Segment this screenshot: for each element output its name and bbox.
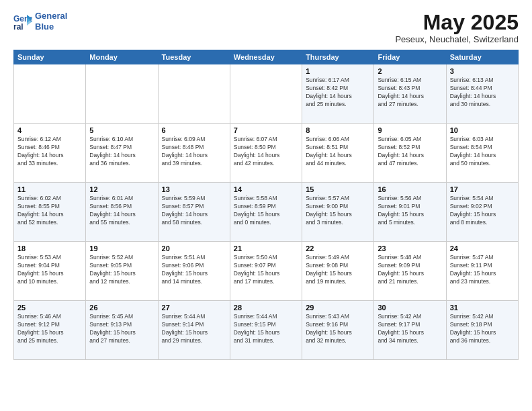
calendar-cell: 23Sunrise: 5:48 AM Sunset: 9:09 PM Dayli… bbox=[374, 242, 446, 301]
day-number: 5 bbox=[89, 126, 154, 134]
calendar-cell: 4Sunrise: 6:12 AM Sunset: 8:46 PM Daylig… bbox=[14, 124, 86, 183]
day-info: Sunrise: 5:43 AM Sunset: 9:16 PM Dayligh… bbox=[306, 313, 370, 345]
calendar-cell: 15Sunrise: 5:57 AM Sunset: 9:00 PM Dayli… bbox=[302, 183, 374, 242]
day-header-thursday: Thursday bbox=[302, 50, 374, 64]
day-header-friday: Friday bbox=[374, 50, 446, 64]
calendar-cell: 19Sunrise: 5:52 AM Sunset: 9:05 PM Dayli… bbox=[86, 242, 158, 301]
calendar-cell: 25Sunrise: 5:46 AM Sunset: 9:12 PM Dayli… bbox=[14, 301, 86, 360]
day-info: Sunrise: 6:17 AM Sunset: 8:42 PM Dayligh… bbox=[306, 77, 370, 109]
day-number: 4 bbox=[17, 126, 82, 134]
calendar-cell: 30Sunrise: 5:42 AM Sunset: 9:17 PM Dayli… bbox=[374, 301, 446, 360]
calendar-cell: 22Sunrise: 5:49 AM Sunset: 9:08 PM Dayli… bbox=[302, 242, 374, 301]
calendar-cell: 20Sunrise: 5:51 AM Sunset: 9:06 PM Dayli… bbox=[158, 242, 230, 301]
svg-text:ral: ral bbox=[13, 22, 24, 31]
calendar-cell: 27Sunrise: 5:44 AM Sunset: 9:14 PM Dayli… bbox=[158, 301, 230, 360]
day-info: Sunrise: 5:49 AM Sunset: 9:08 PM Dayligh… bbox=[306, 254, 370, 286]
day-number: 16 bbox=[378, 185, 442, 193]
day-info: Sunrise: 6:06 AM Sunset: 8:51 PM Dayligh… bbox=[306, 136, 370, 168]
day-info: Sunrise: 5:42 AM Sunset: 9:17 PM Dayligh… bbox=[378, 313, 442, 345]
day-number: 10 bbox=[450, 126, 515, 134]
day-number: 2 bbox=[378, 67, 442, 75]
calendar-cell: 9Sunrise: 6:05 AM Sunset: 8:52 PM Daylig… bbox=[374, 124, 446, 183]
day-number: 8 bbox=[306, 126, 370, 134]
calendar-cell bbox=[86, 64, 158, 124]
day-number: 26 bbox=[89, 304, 154, 312]
day-number: 23 bbox=[378, 244, 442, 253]
week-row-4: 18Sunrise: 5:53 AM Sunset: 9:04 PM Dayli… bbox=[14, 242, 519, 301]
calendar-page: Gene ral General Blue May 2025 Peseux, N… bbox=[0, 0, 532, 411]
day-info: Sunrise: 5:50 AM Sunset: 9:07 PM Dayligh… bbox=[234, 254, 298, 286]
day-info: Sunrise: 5:58 AM Sunset: 8:59 PM Dayligh… bbox=[234, 195, 298, 227]
day-info: Sunrise: 5:51 AM Sunset: 9:06 PM Dayligh… bbox=[162, 254, 226, 286]
day-number: 9 bbox=[378, 126, 442, 134]
calendar-cell: 17Sunrise: 5:54 AM Sunset: 9:02 PM Dayli… bbox=[446, 183, 518, 242]
day-number: 20 bbox=[162, 244, 226, 253]
day-header-sunday: Sunday bbox=[14, 50, 86, 64]
logo: Gene ral General Blue bbox=[13, 11, 67, 32]
calendar-cell: 1Sunrise: 6:17 AM Sunset: 8:42 PM Daylig… bbox=[302, 64, 374, 124]
day-number: 31 bbox=[450, 304, 515, 312]
calendar-cell: 24Sunrise: 5:47 AM Sunset: 9:11 PM Dayli… bbox=[446, 242, 518, 301]
day-info: Sunrise: 5:44 AM Sunset: 9:15 PM Dayligh… bbox=[234, 313, 298, 345]
calendar-cell bbox=[158, 64, 230, 124]
day-info: Sunrise: 6:13 AM Sunset: 8:44 PM Dayligh… bbox=[450, 77, 515, 109]
calendar-cell bbox=[14, 64, 86, 124]
day-info: Sunrise: 6:03 AM Sunset: 8:54 PM Dayligh… bbox=[450, 136, 515, 168]
day-info: Sunrise: 5:44 AM Sunset: 9:14 PM Dayligh… bbox=[162, 313, 226, 345]
day-header-monday: Monday bbox=[86, 50, 158, 64]
title-block: May 2025 Peseux, Neuchatel, Switzerland bbox=[395, 11, 519, 44]
day-info: Sunrise: 5:42 AM Sunset: 9:18 PM Dayligh… bbox=[450, 313, 515, 345]
day-number: 29 bbox=[306, 304, 370, 312]
calendar-cell: 31Sunrise: 5:42 AM Sunset: 9:18 PM Dayli… bbox=[446, 301, 518, 360]
calendar-cell: 18Sunrise: 5:53 AM Sunset: 9:04 PM Dayli… bbox=[14, 242, 86, 301]
day-info: Sunrise: 5:47 AM Sunset: 9:11 PM Dayligh… bbox=[450, 254, 515, 286]
day-info: Sunrise: 5:46 AM Sunset: 9:12 PM Dayligh… bbox=[17, 313, 82, 345]
day-number: 11 bbox=[17, 185, 82, 193]
calendar-cell: 7Sunrise: 6:07 AM Sunset: 8:50 PM Daylig… bbox=[230, 124, 302, 183]
day-info: Sunrise: 5:54 AM Sunset: 9:02 PM Dayligh… bbox=[450, 195, 515, 227]
day-number: 6 bbox=[162, 126, 226, 134]
header: Gene ral General Blue May 2025 Peseux, N… bbox=[13, 11, 519, 44]
calendar-cell: 10Sunrise: 6:03 AM Sunset: 8:54 PM Dayli… bbox=[446, 124, 518, 183]
calendar-cell: 16Sunrise: 5:56 AM Sunset: 9:01 PM Dayli… bbox=[374, 183, 446, 242]
day-number: 28 bbox=[234, 304, 298, 312]
day-number: 17 bbox=[450, 185, 515, 193]
logo-text-line2: Blue bbox=[35, 21, 67, 32]
calendar-cell: 13Sunrise: 5:59 AM Sunset: 8:57 PM Dayli… bbox=[158, 183, 230, 242]
day-number: 24 bbox=[450, 244, 515, 253]
day-number: 13 bbox=[162, 185, 226, 193]
calendar-cell: 29Sunrise: 5:43 AM Sunset: 9:16 PM Dayli… bbox=[302, 301, 374, 360]
calendar-cell: 26Sunrise: 5:45 AM Sunset: 9:13 PM Dayli… bbox=[86, 301, 158, 360]
calendar-cell: 8Sunrise: 6:06 AM Sunset: 8:51 PM Daylig… bbox=[302, 124, 374, 183]
calendar-cell: 14Sunrise: 5:58 AM Sunset: 8:59 PM Dayli… bbox=[230, 183, 302, 242]
day-info: Sunrise: 6:07 AM Sunset: 8:50 PM Dayligh… bbox=[234, 136, 298, 168]
calendar-cell: 6Sunrise: 6:09 AM Sunset: 8:48 PM Daylig… bbox=[158, 124, 230, 183]
day-header-wednesday: Wednesday bbox=[230, 50, 302, 64]
day-header-tuesday: Tuesday bbox=[158, 50, 230, 64]
month-title: May 2025 bbox=[395, 11, 519, 34]
day-info: Sunrise: 6:05 AM Sunset: 8:52 PM Dayligh… bbox=[378, 136, 442, 168]
day-info: Sunrise: 6:12 AM Sunset: 8:46 PM Dayligh… bbox=[17, 136, 82, 168]
calendar-cell: 5Sunrise: 6:10 AM Sunset: 8:47 PM Daylig… bbox=[86, 124, 158, 183]
logo-text-line1: General bbox=[35, 11, 67, 21]
day-number: 18 bbox=[17, 244, 82, 253]
week-row-5: 25Sunrise: 5:46 AM Sunset: 9:12 PM Dayli… bbox=[14, 301, 519, 360]
day-info: Sunrise: 6:15 AM Sunset: 8:43 PM Dayligh… bbox=[378, 77, 442, 109]
week-row-2: 4Sunrise: 6:12 AM Sunset: 8:46 PM Daylig… bbox=[14, 124, 519, 183]
day-number: 12 bbox=[89, 185, 154, 193]
day-number: 22 bbox=[306, 244, 370, 253]
day-number: 7 bbox=[234, 126, 298, 134]
calendar-cell: 21Sunrise: 5:50 AM Sunset: 9:07 PM Dayli… bbox=[230, 242, 302, 301]
day-header-saturday: Saturday bbox=[446, 50, 518, 64]
header-row: SundayMondayTuesdayWednesdayThursdayFrid… bbox=[14, 50, 519, 64]
calendar-cell bbox=[230, 64, 302, 124]
day-info: Sunrise: 5:59 AM Sunset: 8:57 PM Dayligh… bbox=[162, 195, 226, 227]
day-info: Sunrise: 5:52 AM Sunset: 9:05 PM Dayligh… bbox=[89, 254, 154, 286]
day-info: Sunrise: 5:53 AM Sunset: 9:04 PM Dayligh… bbox=[17, 254, 82, 286]
day-number: 19 bbox=[89, 244, 154, 253]
day-number: 15 bbox=[306, 185, 370, 193]
day-number: 25 bbox=[17, 304, 82, 312]
day-info: Sunrise: 6:01 AM Sunset: 8:56 PM Dayligh… bbox=[89, 195, 154, 227]
calendar-cell: 28Sunrise: 5:44 AM Sunset: 9:15 PM Dayli… bbox=[230, 301, 302, 360]
day-number: 1 bbox=[306, 67, 370, 75]
